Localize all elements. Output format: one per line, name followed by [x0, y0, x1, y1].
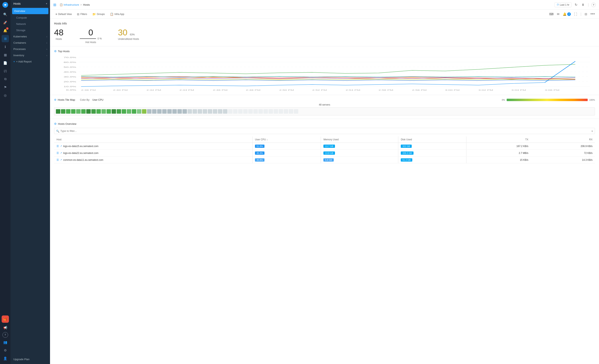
tile[interactable]	[198, 109, 202, 114]
refresh-button[interactable]: ↻	[574, 2, 578, 8]
notification-badge[interactable]: 🔔 2	[562, 11, 572, 17]
tile[interactable]	[223, 109, 227, 114]
tile[interactable]	[238, 109, 243, 114]
user-icon[interactable]: 👤	[2, 355, 9, 362]
globe-icon[interactable]: ◎	[2, 92, 9, 99]
tile[interactable]	[61, 109, 65, 114]
tile[interactable]	[86, 109, 91, 114]
time-range-button[interactable]: ⏱ Last 1 hr	[555, 2, 572, 7]
sidebar-header[interactable]: Hosts ▾	[10, 0, 50, 8]
megaphone-icon[interactable]: 📢	[2, 324, 9, 331]
tile[interactable]	[132, 109, 136, 114]
tile[interactable]	[147, 109, 151, 114]
tile[interactable]	[137, 109, 141, 114]
rocket-icon[interactable]: 🚀	[2, 19, 9, 26]
settings-icon[interactable]: ⚙	[2, 347, 9, 354]
tile[interactable]	[56, 109, 60, 114]
tile[interactable]	[294, 109, 298, 114]
tile[interactable]	[183, 109, 187, 114]
gift-button[interactable]: 🎁	[2, 315, 9, 323]
tile[interactable]	[101, 109, 106, 114]
filters-button[interactable]: ⊟ Filters	[75, 11, 89, 17]
tile[interactable]	[162, 109, 167, 114]
tile[interactable]	[264, 109, 268, 114]
document-icon[interactable]: 📄	[2, 59, 9, 67]
grid-icon[interactable]: ⊞	[2, 35, 9, 42]
tile[interactable]	[91, 109, 96, 114]
tile[interactable]	[218, 109, 222, 114]
tile[interactable]	[208, 109, 212, 114]
host-cell-0[interactable]: ☰ ↗ logs-es-data15.eu.sematext.com	[54, 143, 252, 150]
tile[interactable]	[269, 109, 273, 114]
tile[interactable]	[152, 109, 157, 114]
sidebar-item-compute[interactable]: Compute	[10, 15, 50, 21]
question-icon[interactable]: ?	[2, 332, 8, 338]
tile[interactable]	[228, 109, 232, 114]
pause-button[interactable]: ⏸	[581, 2, 585, 8]
fullscreen-icon[interactable]: ⛶	[573, 11, 578, 17]
dashboard-icon[interactable]: ▦	[2, 51, 9, 59]
upgrade-plan-button[interactable]: Upgrade Plan	[10, 355, 50, 364]
tile[interactable]	[71, 109, 76, 114]
sidebar-section-kubernetes[interactable]: Kubernetes ›	[10, 33, 50, 40]
alert-icon[interactable]: 🔔 !	[2, 27, 9, 34]
help-button[interactable]: ?	[591, 3, 596, 7]
sidebar-item-network[interactable]: Network	[10, 21, 50, 27]
tile[interactable]	[97, 109, 101, 114]
groups-button[interactable]: 📁 Groups	[90, 11, 107, 17]
tile[interactable]	[203, 109, 207, 114]
add-report-button[interactable]: + + Add Report	[10, 59, 50, 65]
tile[interactable]	[76, 109, 81, 114]
email-icon[interactable]: ✉	[556, 11, 560, 17]
host-cell-2[interactable]: ☰ ↗ common-es-data11.eu.sematext.com	[54, 157, 252, 163]
sidebar-item-storage[interactable]: Storage	[10, 27, 50, 33]
host-link-icon[interactable]: ↗	[60, 145, 62, 147]
tile[interactable]	[284, 109, 288, 114]
tile[interactable]	[213, 109, 217, 114]
tile[interactable]	[157, 109, 162, 114]
host-link-icon[interactable]: ↗	[60, 152, 62, 154]
breadcrumb-parent[interactable]: 📋 Infrastructure	[60, 3, 79, 6]
tile[interactable]	[187, 109, 192, 114]
tile[interactable]	[289, 109, 293, 114]
tile[interactable]	[253, 109, 258, 114]
tile[interactable]	[243, 109, 248, 114]
tile[interactable]	[193, 109, 197, 114]
app-switcher-icon[interactable]: ⊞	[53, 3, 56, 7]
sidebar-item-overview[interactable]: Overview	[12, 8, 48, 14]
tile[interactable]	[122, 109, 126, 114]
filter-input[interactable]	[54, 128, 595, 134]
tile[interactable]	[172, 109, 177, 114]
team-icon[interactable]: 👥	[2, 339, 9, 346]
sidebar-section-inventory[interactable]: Inventory ›	[10, 52, 50, 59]
sidebar-section-processes[interactable]: Processes ›	[10, 46, 50, 52]
tiles-container[interactable]	[54, 107, 595, 116]
tile[interactable]	[177, 109, 182, 114]
tile[interactable]	[66, 109, 70, 114]
tile[interactable]	[81, 109, 86, 114]
flag-icon[interactable]: ⚑	[2, 84, 9, 91]
tile[interactable]	[279, 109, 283, 114]
tile[interactable]	[127, 109, 131, 114]
search-icon[interactable]: 🔍	[2, 11, 9, 18]
top-hosts-chart[interactable]: 70.0% 60.0% 50.0% 40.0% 30.0% 20.0% 10.0…	[54, 55, 595, 92]
host-cell-1[interactable]: ☰ ↗ logs-es-data22.eu.sematext.com	[54, 150, 252, 157]
tools-icon[interactable]: ⟨/⟩	[2, 67, 9, 75]
tile[interactable]	[258, 109, 263, 114]
keyboard-icon[interactable]: ⌨	[548, 11, 555, 17]
sidebar-section-containers[interactable]: Containers ›	[10, 40, 50, 46]
host-link-icon[interactable]: ↗	[60, 159, 62, 161]
layout-icon[interactable]: ⊟	[584, 11, 588, 17]
tile[interactable]	[142, 109, 146, 114]
tile[interactable]	[117, 109, 121, 114]
default-view-button[interactable]: ≡ Default View	[53, 11, 74, 17]
tile[interactable]	[273, 109, 278, 114]
info-icon[interactable]: ℹ	[2, 43, 9, 50]
tile[interactable]	[233, 109, 238, 114]
tile[interactable]	[112, 109, 116, 114]
infra-app-button[interactable]: 📋 Infra App	[108, 11, 126, 17]
tile[interactable]	[106, 109, 111, 114]
tile[interactable]	[167, 109, 172, 114]
puzzle-icon[interactable]: ⧉	[2, 76, 9, 83]
tile[interactable]	[248, 109, 253, 114]
